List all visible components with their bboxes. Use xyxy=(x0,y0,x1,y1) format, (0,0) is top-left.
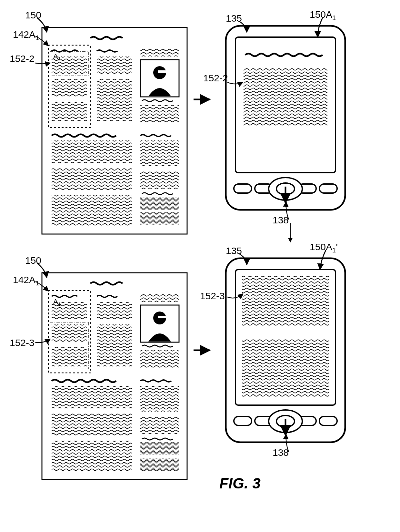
svg-rect-14 xyxy=(52,168,132,190)
ref-142A1-top: 142A1 xyxy=(13,29,39,42)
svg-rect-45 xyxy=(140,458,179,471)
svg-rect-25 xyxy=(319,184,337,193)
svg-rect-18 xyxy=(140,197,179,210)
svg-rect-37 xyxy=(158,316,168,318)
svg-rect-43 xyxy=(140,416,179,434)
svg-rect-41 xyxy=(52,441,132,471)
pda-device-top xyxy=(226,26,345,210)
svg-rect-12 xyxy=(140,105,179,123)
svg-rect-42 xyxy=(140,386,179,412)
figure-label: FIG. 3 xyxy=(219,475,261,492)
svg-rect-48 xyxy=(242,339,329,397)
label-A1-bottom: A1 xyxy=(53,298,61,307)
svg-rect-22 xyxy=(234,184,252,193)
svg-rect-11 xyxy=(158,70,168,73)
ref-152-3-left: 152-3 xyxy=(10,337,35,348)
svg-rect-6 xyxy=(52,102,87,121)
svg-rect-44 xyxy=(140,442,179,455)
svg-rect-15 xyxy=(52,195,132,226)
svg-rect-47 xyxy=(242,276,329,326)
svg-rect-40 xyxy=(52,413,132,436)
figure-svg xyxy=(0,0,400,532)
pda-device-bottom xyxy=(226,258,345,442)
svg-rect-31 xyxy=(52,324,87,342)
ref-150-top: 150 xyxy=(25,10,41,21)
svg-rect-7 xyxy=(97,56,132,74)
svg-rect-21 xyxy=(244,68,327,126)
ref-150-bottom: 150 xyxy=(25,255,41,266)
svg-rect-33 xyxy=(97,302,132,320)
svg-rect-1 xyxy=(140,48,179,56)
ref-138-bottom: 138 xyxy=(273,447,289,458)
svg-rect-38 xyxy=(140,350,179,368)
ref-152-3-right: 152-3 xyxy=(200,291,225,302)
ref-152-2-left: 152-2 xyxy=(10,53,35,64)
ref-135-bottom: 135 xyxy=(226,245,242,256)
document-page-bottom xyxy=(42,273,187,479)
ref-138-top: 138 xyxy=(273,215,289,226)
svg-rect-27 xyxy=(140,294,179,302)
svg-rect-16 xyxy=(140,140,179,166)
svg-rect-32 xyxy=(52,347,87,366)
ref-135-top: 135 xyxy=(226,13,242,24)
label-A1-top: A1 xyxy=(53,52,61,61)
svg-rect-19 xyxy=(140,212,179,225)
ref-150A1-bottom: 150A1' xyxy=(310,241,338,254)
svg-rect-5 xyxy=(52,79,87,97)
ref-142A1-bottom: 142A1 xyxy=(13,274,39,287)
svg-rect-13 xyxy=(52,140,132,163)
ref-152-2-right: 152-2 xyxy=(203,73,228,84)
svg-rect-49 xyxy=(234,416,252,425)
svg-rect-8 xyxy=(97,79,132,121)
ref-150A1-top: 150A1 xyxy=(310,9,336,22)
document-page-top xyxy=(42,27,187,234)
svg-rect-17 xyxy=(140,171,179,189)
svg-rect-52 xyxy=(319,416,337,425)
svg-rect-39 xyxy=(52,386,132,408)
svg-rect-34 xyxy=(97,324,132,366)
